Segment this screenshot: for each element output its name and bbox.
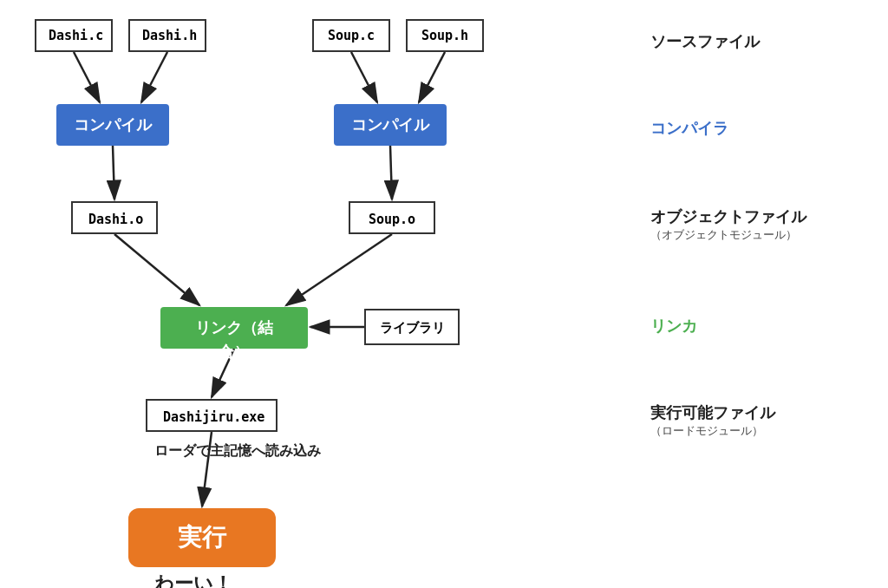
arrows-svg [0, 0, 888, 588]
source-soup-c: Soup.c [312, 19, 390, 52]
svg-line-7 [114, 234, 199, 305]
diagram-container: Dashi.c Dashi.h Soup.c Soup.h コンパイル コンパイ… [0, 0, 888, 588]
compile-dashi: コンパイル [56, 104, 169, 146]
label-linker: リンカ [650, 316, 697, 336]
yaay-text: わーい！ [154, 571, 232, 588]
label-object-files: オブジェクトファイル （オブジェクトモジュール） [650, 206, 806, 243]
label-exe-files: 実行可能ファイル （ロードモジュール） [650, 402, 775, 439]
object-soup-o: Soup.o [349, 201, 435, 234]
source-dashi-h: Dashi.h [128, 19, 206, 52]
compile-soup: コンパイル [334, 104, 447, 146]
label-compiler: コンパイラ [650, 118, 728, 139]
exe-box: Dashijiru.exe [146, 399, 278, 432]
execute-box: 実行 [128, 508, 276, 567]
library-box: ライブラリ [364, 309, 460, 345]
source-dashi-c: Dashi.c [35, 19, 113, 52]
loader-text: ローダで主記憶へ読み込み [154, 442, 321, 461]
source-soup-h: Soup.h [406, 19, 484, 52]
svg-line-8 [286, 234, 392, 305]
object-dashi-o: Dashi.o [71, 201, 158, 234]
svg-line-5 [113, 146, 114, 199]
svg-line-6 [390, 146, 392, 199]
svg-line-1 [74, 52, 100, 102]
label-source-files: ソースファイル [650, 31, 760, 52]
svg-line-3 [351, 52, 377, 102]
link-box: リンク（結合） [160, 307, 308, 349]
svg-line-4 [419, 52, 445, 102]
svg-line-2 [141, 52, 167, 102]
